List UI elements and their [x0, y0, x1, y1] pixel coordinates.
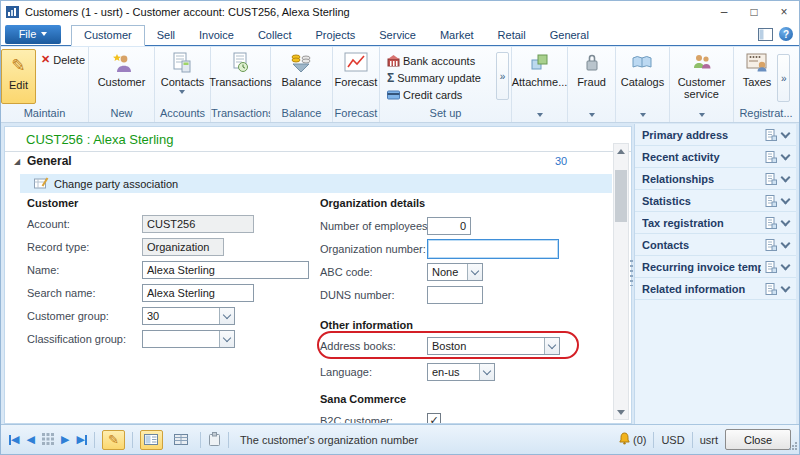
details-view-button[interactable]	[140, 430, 163, 450]
organization-number-field[interactable]	[427, 239, 559, 259]
factbox-tax-registration[interactable]: Tax registration	[635, 212, 796, 234]
clipboard-button[interactable]	[208, 432, 221, 448]
chevron-down-icon[interactable]	[781, 128, 791, 138]
balance-button[interactable]: Balance	[280, 49, 324, 90]
next-record-button[interactable]: ▶	[61, 433, 69, 446]
forecast-button[interactable]: Forecast	[333, 49, 380, 90]
factbox-primary-address[interactable]: Primary address	[635, 124, 796, 146]
factbox-contacts[interactable]: Contacts	[635, 234, 796, 256]
chevron-down-icon[interactable]	[781, 216, 791, 226]
combo-dropdown-button[interactable]	[479, 364, 494, 380]
factbox-relationships[interactable]: Relationships	[635, 168, 796, 190]
dropdown-caret-icon[interactable]	[640, 113, 646, 117]
chevron-down-icon[interactable]	[781, 172, 791, 182]
close-button[interactable]: Close	[725, 429, 791, 450]
scroll-up-button[interactable]	[614, 144, 628, 158]
scroll-down-button[interactable]	[614, 405, 628, 419]
chevron-down-icon[interactable]	[781, 282, 791, 292]
abc-code-combobox[interactable]: None	[427, 263, 483, 281]
tab-projects[interactable]: Projects	[304, 26, 368, 45]
new-customer-button[interactable]: Customer	[96, 49, 148, 90]
language-combobox[interactable]: en-us	[427, 363, 495, 381]
document-icon	[765, 239, 777, 251]
address-books-combobox[interactable]: Boston	[427, 337, 560, 355]
classification-group-combobox[interactable]	[142, 330, 235, 348]
dropdown-caret-icon[interactable]	[589, 113, 595, 117]
credit-cards-button[interactable]: Credit cards	[384, 87, 465, 104]
tab-invoice[interactable]: Invoice	[187, 26, 246, 45]
employees-field[interactable]: 0	[427, 217, 471, 235]
layout-toggle-icon[interactable]	[758, 28, 773, 41]
chevron-down-icon[interactable]	[781, 194, 791, 204]
fraud-button[interactable]: Fraud	[575, 49, 608, 90]
factbox-label: Recurring invoice templ...	[642, 261, 761, 273]
close-window-button[interactable]: ×	[769, 1, 799, 23]
tab-retail[interactable]: Retail	[486, 26, 538, 45]
transactions-button[interactable]: Transactions	[207, 49, 274, 90]
summary-update-button[interactable]: Σ Summary update	[384, 70, 484, 87]
form-scrollbar[interactable]	[613, 143, 629, 420]
grid-view-button[interactable]	[170, 430, 193, 450]
file-menu-button[interactable]: File	[5, 25, 61, 44]
factbox-related-information[interactable]: Related information	[635, 278, 796, 300]
currency-indicator[interactable]: USD	[661, 434, 684, 446]
tab-market[interactable]: Market	[428, 26, 486, 45]
catalogs-button[interactable]: Catalogs	[619, 49, 666, 90]
notifications-button[interactable]: (0)	[618, 432, 646, 447]
chevron-down-icon[interactable]	[781, 260, 791, 270]
delete-button[interactable]: ✕ Delete	[38, 51, 88, 68]
maximize-button[interactable]: □	[739, 1, 769, 23]
chevron-down-icon[interactable]	[781, 238, 791, 248]
contacts-button[interactable]: Contacts	[159, 49, 206, 96]
previous-record-button[interactable]: ◀	[26, 433, 34, 446]
grid-records-button[interactable]	[42, 433, 54, 447]
combo-dropdown-button[interactable]	[544, 338, 559, 354]
first-record-button[interactable]: ◀	[9, 433, 19, 446]
arrow-left-icon: ◀	[26, 433, 34, 446]
duns-number-field[interactable]	[427, 286, 483, 304]
combo-dropdown-button[interactable]	[467, 264, 482, 280]
edit-mode-button[interactable]: ✎	[102, 430, 125, 450]
group-label-balance: Balance	[271, 106, 332, 122]
company-indicator[interactable]: usrt	[700, 434, 718, 446]
content-area: CUST256 : Alexa Sterling ◢ General 30 Ch…	[1, 124, 799, 424]
help-icon[interactable]: ?	[779, 27, 793, 41]
combo-dropdown-button[interactable]	[219, 308, 234, 324]
edit-button[interactable]: ✎ Edit	[1, 49, 36, 104]
search-name-field[interactable]: Alexa Sterling	[142, 284, 254, 302]
edit-label: Edit	[9, 79, 28, 91]
factbox-recent-activity[interactable]: Recent activity	[635, 146, 796, 168]
name-field[interactable]: Alexa Sterling	[142, 261, 309, 279]
factbox-recurring-invoice-templates[interactable]: Recurring invoice templ...	[635, 256, 796, 278]
tab-sell[interactable]: Sell	[145, 26, 187, 45]
bank-accounts-button[interactable]: Bank accounts	[384, 53, 478, 70]
attachments-button[interactable]: Attachme...	[510, 49, 570, 90]
registration-overflow-button[interactable]: »	[777, 54, 790, 102]
setup-overflow-button[interactable]: »	[496, 52, 509, 100]
section-expander-icon[interactable]: ◢	[14, 157, 20, 166]
general-section-title[interactable]: General	[27, 154, 72, 168]
dropdown-caret-icon[interactable]	[537, 113, 543, 117]
dropdown-caret-icon[interactable]	[699, 113, 705, 117]
resize-grip[interactable]	[789, 441, 798, 453]
tab-customer[interactable]: Customer	[71, 25, 145, 46]
scrollbar-thumb[interactable]	[615, 170, 627, 222]
tab-collect[interactable]: Collect	[246, 26, 304, 45]
last-record-button[interactable]: ▶	[76, 433, 86, 446]
factbox-statistics[interactable]: Statistics	[635, 190, 796, 212]
document-icon	[765, 195, 777, 207]
panel-splitter-handle[interactable]	[630, 260, 633, 286]
change-party-association-button[interactable]: Change party association	[20, 174, 612, 193]
tab-general[interactable]: General	[538, 26, 601, 45]
customer-service-button[interactable]: Customer service	[672, 49, 732, 102]
customer-group-combobox[interactable]: 30	[142, 307, 235, 325]
taxes-button[interactable]: Taxes	[741, 49, 774, 90]
minimize-button[interactable]: –	[709, 1, 739, 23]
chevron-down-icon[interactable]	[781, 150, 791, 160]
caret-down-icon	[41, 32, 47, 36]
combo-dropdown-button[interactable]	[219, 331, 234, 347]
attachments-label: Attachme...	[512, 76, 568, 88]
b2c-customer-checkbox[interactable]: ✓	[427, 413, 441, 424]
tab-service[interactable]: Service	[367, 26, 428, 45]
contacts-document-icon	[171, 51, 193, 75]
